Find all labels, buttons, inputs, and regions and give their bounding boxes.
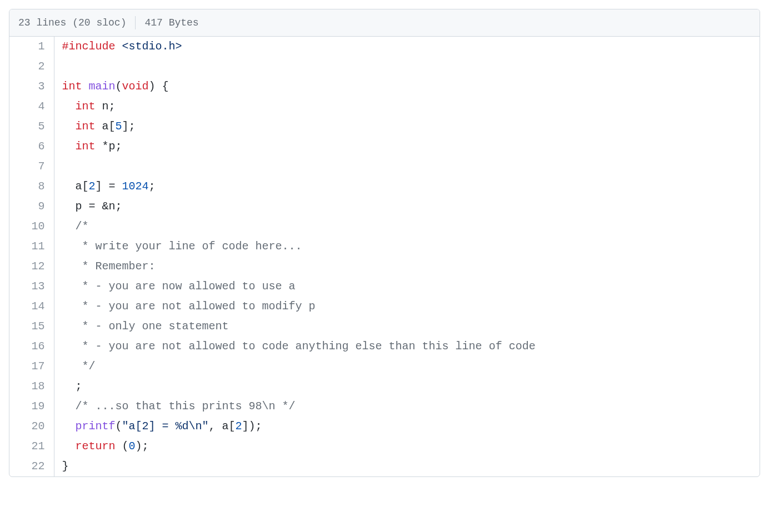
code-line: 7 <box>9 157 760 177</box>
code-content[interactable]: int *p; <box>54 137 760 157</box>
line-number[interactable]: 10 <box>9 217 54 237</box>
code-token: int <box>76 140 96 153</box>
code-line: 20 printf("a[2] = %d\n", a[2]); <box>9 416 760 436</box>
code-token: return <box>76 440 116 453</box>
code-token <box>62 400 76 413</box>
line-number[interactable]: 18 <box>9 377 54 397</box>
line-number[interactable]: 11 <box>9 237 54 257</box>
code-line: 22} <box>9 456 760 476</box>
code-content[interactable]: * - you are not allowed to code anything… <box>54 337 760 357</box>
code-token: 2 <box>89 180 96 193</box>
code-content[interactable]: int n; <box>54 97 760 117</box>
code-token: * - only one statement <box>62 320 229 333</box>
code-content[interactable] <box>54 57 760 77</box>
file-info: 23 lines (20 sloc) 417 Bytes <box>18 16 199 29</box>
line-number[interactable]: 7 <box>9 157 54 177</box>
line-number[interactable]: 13 <box>9 277 54 297</box>
code-token <box>82 80 89 93</box>
code-content[interactable] <box>54 157 760 177</box>
line-number[interactable]: 1 <box>9 37 54 57</box>
code-content[interactable]: p = &n; <box>54 197 760 217</box>
code-token: ( <box>116 80 122 93</box>
line-number[interactable]: 12 <box>9 257 54 277</box>
file-header: 23 lines (20 sloc) 417 Bytes <box>9 9 760 37</box>
code-content[interactable]: */ <box>54 357 760 377</box>
line-number[interactable]: 15 <box>9 317 54 337</box>
code-token <box>62 220 76 233</box>
code-token: #include <box>62 40 116 53</box>
code-token: ; <box>62 380 82 393</box>
code-content[interactable]: ; <box>54 377 760 397</box>
code-content[interactable]: a[2] = 1024; <box>54 177 760 197</box>
code-line: 14 * - you are not allowed to modify p <box>9 297 760 317</box>
code-line: 17 */ <box>9 357 760 377</box>
code-token: ) { <box>149 80 169 93</box>
code-table: 1#include <stdio.h>2 3int main(void) {4 … <box>9 37 760 476</box>
code-token: , a[ <box>209 420 236 433</box>
code-token <box>116 40 122 53</box>
line-number[interactable]: 3 <box>9 77 54 97</box>
code-line: 15 * - only one statement <box>9 317 760 337</box>
code-line: 21 return (0); <box>9 436 760 456</box>
line-number[interactable]: 4 <box>9 97 54 117</box>
line-number[interactable]: 14 <box>9 297 54 317</box>
line-number[interactable]: 16 <box>9 337 54 357</box>
code-content[interactable]: * - you are now allowed to use a <box>54 277 760 297</box>
code-line: 12 * Remember: <box>9 257 760 277</box>
code-token: int <box>76 120 96 133</box>
code-token: ; <box>149 180 156 193</box>
code-content[interactable]: /* ...so that this prints 98\n */ <box>54 397 760 416</box>
code-token: * - you are now allowed to use a <box>62 280 296 293</box>
code-token: *p; <box>96 140 122 153</box>
code-content[interactable]: } <box>54 456 760 476</box>
line-number[interactable]: 21 <box>9 436 54 456</box>
code-token: 2 <box>236 420 242 433</box>
code-token: ]); <box>242 420 262 433</box>
header-divider <box>135 16 136 29</box>
code-line: 9 p = &n; <box>9 197 760 217</box>
code-content[interactable]: #include <stdio.h> <box>54 37 760 57</box>
code-token: a[ <box>62 180 89 193</box>
code-token: 0 <box>129 440 136 453</box>
code-token: <stdio.h> <box>122 40 182 53</box>
line-number[interactable]: 9 <box>9 197 54 217</box>
code-content[interactable]: * - only one statement <box>54 317 760 337</box>
code-content[interactable]: int a[5]; <box>54 117 760 137</box>
code-token: ( <box>116 440 129 453</box>
line-number[interactable]: 19 <box>9 397 54 416</box>
code-token: /* ...so that this prints 98\n */ <box>76 400 296 413</box>
code-body: 1#include <stdio.h>2 3int main(void) {4 … <box>9 37 760 476</box>
code-content[interactable]: * - you are not allowed to modify p <box>54 297 760 317</box>
code-line: 10 /* <box>9 217 760 237</box>
code-line: 2 <box>9 57 760 77</box>
code-content[interactable]: * write your line of code here... <box>54 237 760 257</box>
code-token: * Remember: <box>62 260 156 273</box>
code-content[interactable]: /* <box>54 217 760 237</box>
code-line: 1#include <stdio.h> <box>9 37 760 57</box>
line-number[interactable]: 6 <box>9 137 54 157</box>
line-number[interactable]: 20 <box>9 416 54 436</box>
code-line: 6 int *p; <box>9 137 760 157</box>
code-content[interactable]: * Remember: <box>54 257 760 277</box>
lines-count: 23 lines (20 sloc) <box>18 17 126 28</box>
code-token: ); <box>136 440 149 453</box>
line-number[interactable]: 22 <box>9 456 54 476</box>
code-content[interactable]: printf("a[2] = %d\n", a[2]); <box>54 416 760 436</box>
code-token: * write your line of code here... <box>62 240 302 253</box>
code-token <box>62 420 76 433</box>
code-line: 13 * - you are now allowed to use a <box>9 277 760 297</box>
code-token <box>62 120 76 133</box>
code-content[interactable]: int main(void) { <box>54 77 760 97</box>
code-token: main <box>89 80 116 93</box>
code-token: 5 <box>116 120 122 133</box>
line-number[interactable]: 8 <box>9 177 54 197</box>
line-number[interactable]: 5 <box>9 117 54 137</box>
code-line: 11 * write your line of code here... <box>9 237 760 257</box>
code-line: 19 /* ...so that this prints 98\n */ <box>9 397 760 416</box>
line-number[interactable]: 17 <box>9 357 54 377</box>
code-content[interactable]: return (0); <box>54 436 760 456</box>
line-number[interactable]: 2 <box>9 57 54 77</box>
file-box: 23 lines (20 sloc) 417 Bytes 1#include <… <box>9 9 760 477</box>
code-line: 18 ; <box>9 377 760 397</box>
code-line: 3int main(void) { <box>9 77 760 97</box>
